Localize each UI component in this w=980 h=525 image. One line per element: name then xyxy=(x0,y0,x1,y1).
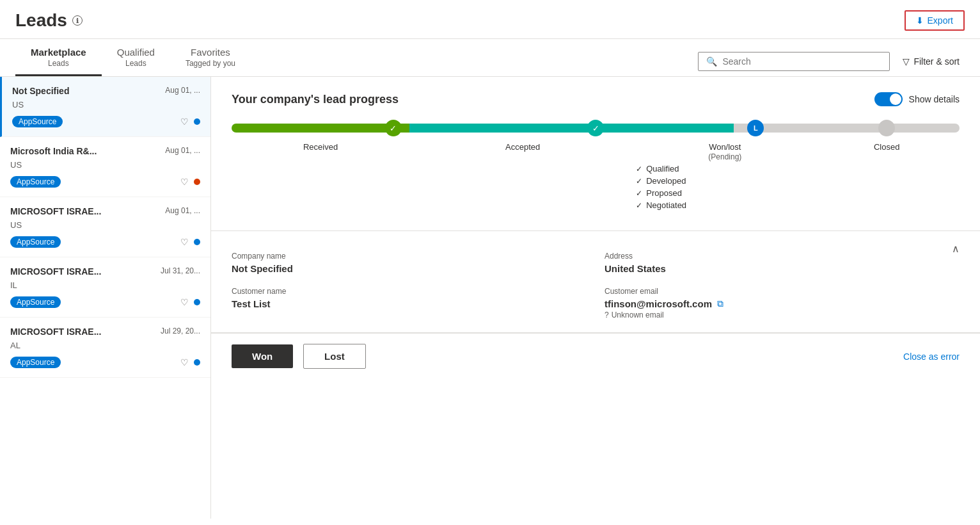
customer-name-value: Test List xyxy=(232,298,579,309)
search-input[interactable] xyxy=(722,56,881,67)
heart-icon[interactable]: ♡ xyxy=(180,237,189,247)
check-qualified: ✓ Qualified xyxy=(636,164,814,174)
company-name-field: Company name Not Specified xyxy=(232,252,579,274)
progress-bar: ✓ ✓ L xyxy=(232,119,960,137)
main-content: Not Specified Aug 01, ... US AppSource ♡… xyxy=(0,77,980,519)
segment-received xyxy=(232,124,409,133)
lead-name: Not Specified xyxy=(12,86,69,96)
lead-badge: AppSource xyxy=(10,357,61,368)
lead-item[interactable]: MICROSOFT ISRAE... Aug 01, ... US AppSou… xyxy=(0,197,210,257)
step-label-wonlost: Won/lost (Pending) ✓ Qualified ✓ Develop… xyxy=(636,142,814,213)
tab-favorites[interactable]: Favorites Tagged by you xyxy=(170,39,251,76)
lead-bottom: AppSource ♡ xyxy=(10,176,200,188)
address-label: Address xyxy=(605,252,952,261)
toggle-area: Show details xyxy=(874,92,960,106)
action-buttons: Won Lost xyxy=(232,344,366,369)
marker-closed xyxy=(878,120,895,136)
filter-icon: ▽ xyxy=(903,56,910,67)
marker-received: ✓ xyxy=(385,120,402,136)
heart-icon[interactable]: ♡ xyxy=(180,297,189,307)
search-box[interactable]: 🔍 xyxy=(698,52,890,71)
lead-actions: ♡ xyxy=(180,297,200,307)
heart-icon[interactable]: ♡ xyxy=(180,177,189,187)
unknown-email: ? Unknown email xyxy=(605,311,952,319)
title-area: Leads ℹ xyxy=(15,10,83,31)
lead-badge: AppSource xyxy=(10,296,61,308)
check-proposed: ✓ Proposed xyxy=(636,188,814,198)
close-error-button[interactable]: Close as error xyxy=(903,351,960,362)
status-dot xyxy=(194,118,200,125)
lead-country: IL xyxy=(10,280,200,290)
lead-badge: AppSource xyxy=(10,236,61,248)
page-header: Leads ℹ ⬇ Export xyxy=(0,0,980,39)
status-dot xyxy=(194,179,200,185)
lead-actions: ♡ xyxy=(180,177,200,187)
customer-name-label: Customer name xyxy=(232,287,579,296)
lead-item-top: Not Specified Aug 01, ... xyxy=(12,86,200,96)
status-dot xyxy=(194,239,200,245)
copy-icon[interactable]: ⧉ xyxy=(717,298,723,309)
check-developed: ✓ Developed xyxy=(636,176,814,186)
filter-sort-label: Filter & sort xyxy=(913,56,960,67)
detail-panel: Your company's lead progress Show detail… xyxy=(211,77,980,519)
marker-accepted: ✓ xyxy=(587,120,604,136)
progress-header: Your company's lead progress Show detail… xyxy=(232,92,960,106)
customer-name-field: Customer name Test List xyxy=(232,287,579,319)
progress-title: Your company's lead progress xyxy=(232,93,399,106)
toggle-knob xyxy=(890,93,901,105)
marker-wonlost: L xyxy=(747,120,764,136)
search-icon: 🔍 xyxy=(706,56,717,67)
segment-wonlost xyxy=(636,124,814,133)
lead-badge: AppSource xyxy=(10,176,61,188)
steps-labels: Received Accepted Won/lost (Pending) ✓ Q… xyxy=(232,142,960,213)
lead-name: Microsoft India R&... xyxy=(10,146,97,156)
lead-date: Aug 01, ... xyxy=(165,146,200,155)
lead-name: MICROSOFT ISRAE... xyxy=(10,327,101,337)
progress-section: Your company's lead progress Show detail… xyxy=(211,77,980,231)
tab-marketplace[interactable]: Marketplace Leads xyxy=(15,39,102,76)
lead-actions: ♡ xyxy=(180,357,200,368)
step-label-received: Received xyxy=(232,142,409,152)
customer-email-field: Customer email tfinson@microsoft.com ⧉ ?… xyxy=(605,287,952,319)
lead-badge: AppSource xyxy=(12,116,63,127)
tab-qualified[interactable]: Qualified Leads xyxy=(102,39,170,76)
tab-qualified-sub: Leads xyxy=(117,59,155,68)
detail-info-section: ∧ Company name Not Specified Address Uni… xyxy=(211,231,980,333)
lead-bottom: AppSource ♡ xyxy=(10,296,200,308)
lead-item[interactable]: MICROSOFT ISRAE... Jul 31, 20... IL AppS… xyxy=(0,257,210,318)
collapse-button[interactable]: ∧ xyxy=(952,243,960,255)
lead-country: US xyxy=(10,160,200,170)
lost-button[interactable]: Lost xyxy=(303,344,366,369)
won-button[interactable]: Won xyxy=(232,344,293,368)
filter-sort-button[interactable]: ▽ Filter & sort xyxy=(897,52,965,70)
lead-item[interactable]: Not Specified Aug 01, ... US AppSource ♡ xyxy=(0,77,210,137)
status-dot xyxy=(194,299,200,305)
page-title: Leads xyxy=(15,10,67,31)
tab-favorites-sub: Tagged by you xyxy=(186,59,235,68)
status-dot xyxy=(194,359,200,366)
heart-icon[interactable]: ♡ xyxy=(180,117,189,127)
check-negotiated: ✓ Negotiated xyxy=(636,200,814,210)
lead-item[interactable]: Microsoft India R&... Aug 01, ... US App… xyxy=(0,137,210,197)
tab-favorites-label: Favorites xyxy=(186,47,235,58)
export-icon: ⬇ xyxy=(916,15,924,26)
lead-actions: ♡ xyxy=(180,237,200,247)
lead-item-top: Microsoft India R&... Aug 01, ... xyxy=(10,146,200,156)
show-details-toggle[interactable] xyxy=(874,92,903,106)
lead-actions: ♡ xyxy=(180,117,200,127)
export-button[interactable]: ⬇ Export xyxy=(905,10,965,31)
heart-icon[interactable]: ♡ xyxy=(180,357,189,368)
lead-date: Jul 31, 20... xyxy=(161,266,200,275)
lead-date: Aug 01, ... xyxy=(165,206,200,215)
question-icon: ? xyxy=(605,311,609,319)
company-name-label: Company name xyxy=(232,252,579,261)
lead-country: US xyxy=(10,220,200,230)
bottom-actions: Won Lost Close as error xyxy=(211,333,980,379)
lead-item-top: MICROSOFT ISRAE... Jul 31, 20... xyxy=(10,266,200,277)
lead-bottom: AppSource ♡ xyxy=(10,236,200,248)
lead-name: MICROSOFT ISRAE... xyxy=(10,206,101,216)
address-value: United States xyxy=(605,263,952,274)
lead-item[interactable]: MICROSOFT ISRAE... Jul 29, 20... AL AppS… xyxy=(0,318,210,378)
search-filter-area: 🔍 ▽ Filter & sort xyxy=(698,52,965,76)
info-icon[interactable]: ℹ xyxy=(72,15,83,26)
